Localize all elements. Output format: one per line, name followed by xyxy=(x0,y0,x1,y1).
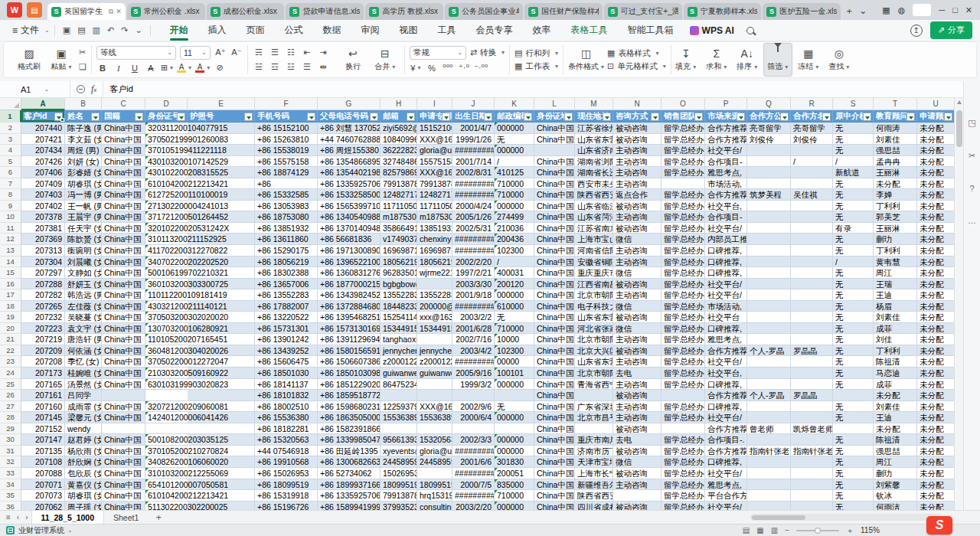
cell-C32[interactable]: China中国 xyxy=(102,456,145,468)
cell-D13[interactable]: 411702200312270822 xyxy=(145,245,188,257)
cell-J4[interactable]: ######### xyxy=(452,145,495,156)
cell-F23[interactable]: +86 15606475 xyxy=(255,356,318,368)
cell-F27[interactable]: +86 18002510 xyxy=(255,401,318,413)
cell-T18[interactable]: 杨眉 xyxy=(874,301,917,312)
zoom-out-icon[interactable] xyxy=(77,85,85,93)
align-top-icon[interactable]: ☴ xyxy=(253,47,265,59)
cell-T35[interactable]: 钦冰 xyxy=(874,490,917,502)
cell-Q25[interactable] xyxy=(747,379,791,391)
cell-S9[interactable]: 无 xyxy=(833,201,874,212)
cell-N28[interactable]: 主动咨询 xyxy=(613,412,662,423)
cell-A2[interactable]: 207440 xyxy=(21,123,65,134)
cell-N14[interactable]: 主动咨询 xyxy=(613,257,662,268)
cell-J15[interactable]: 1997/2/21 xyxy=(452,267,495,279)
wps-ai-button[interactable]: WPS AI xyxy=(684,25,740,36)
cell-B18[interactable]: 左佳薇 (女 xyxy=(65,301,102,312)
cell-C10[interactable]: China中国 xyxy=(102,211,145,223)
cell-B16[interactable]: 舒妍玉 (女 xyxy=(65,279,102,290)
cell-B13[interactable]: 衡琬明 (女 xyxy=(65,245,102,257)
cell-L24[interactable]: China中国 xyxy=(534,368,575,379)
cell-T12[interactable]: 蒯玏 xyxy=(874,234,917,245)
cell-G6[interactable]: +86 1354402198 xyxy=(318,167,381,178)
cell-S3[interactable]: 无 xyxy=(833,134,874,145)
cell-U28[interactable]: 未分配 xyxy=(917,412,954,423)
share-button[interactable]: ⇗分享 xyxy=(930,21,972,39)
cell-M26[interactable] xyxy=(575,390,613,401)
cell-Q29[interactable]: 曾老师 xyxy=(747,423,791,435)
column-header-J[interactable]: J xyxy=(452,98,495,110)
cell-K19[interactable]: 无 xyxy=(495,312,534,323)
cell-O33[interactable]: 留学总经办 xyxy=(662,468,705,479)
header-cell-N1[interactable]: 咨询方式 xyxy=(613,110,662,123)
cell-I10[interactable]: m1875308 xyxy=(417,211,452,223)
cell-A14[interactable]: 207304 xyxy=(21,257,65,268)
cell-L29[interactable]: China中国 xyxy=(534,423,575,435)
header-cell-R1[interactable]: 合作方名 xyxy=(791,110,833,123)
cell-S12[interactable]: 无 xyxy=(833,234,874,245)
cell-L9[interactable]: China中国 xyxy=(534,201,575,212)
menu-item-公式[interactable]: 公式 xyxy=(275,20,313,41)
filter-dropdown-icon[interactable] xyxy=(603,113,611,121)
cell-K2[interactable]: 000000 xyxy=(495,123,534,134)
column-header-L[interactable]: L xyxy=(534,98,575,110)
cell-A18[interactable]: 207265 xyxy=(21,301,65,312)
cell-B21[interactable]: 唐浩轩 (男 xyxy=(65,334,102,345)
cell-O6[interactable]: 留学总经办 xyxy=(662,167,705,178)
cell-M16[interactable]: 江西省南昌 xyxy=(575,279,613,290)
cell-K11[interactable]: 210036 xyxy=(495,223,534,234)
zoom-slider-knob[interactable] xyxy=(815,528,821,534)
cell-A16[interactable]: 207288 xyxy=(21,279,65,290)
cell-N13[interactable]: 主动咨询 xyxy=(613,245,662,257)
column-header-Q[interactable]: Q xyxy=(747,98,791,110)
row-header-30[interactable]: 30 xyxy=(0,434,21,446)
cell-J24[interactable]: 2005/9/16 xyxy=(452,368,495,379)
cell-C11[interactable]: China中国 xyxy=(102,223,145,234)
cell-Q31[interactable]: 指南针张老 xyxy=(747,446,791,457)
cell-P34[interactable]: 雅思考点, xyxy=(705,479,747,491)
cell-C33[interactable]: China中国 xyxy=(102,468,145,479)
increase-font-icon[interactable]: A⁺ xyxy=(214,47,227,59)
cell-K29[interactable] xyxy=(495,423,534,435)
cell-O31[interactable]: 留学总经办 xyxy=(662,446,705,457)
file-menu[interactable]: ≡文件⌄ xyxy=(8,21,54,39)
cell-A21[interactable]: 207219 xyxy=(21,334,65,345)
cell-H6[interactable]: 825798695 xyxy=(381,167,417,178)
cell-S10[interactable]: 无 xyxy=(833,211,874,223)
cell-S28[interactable]: 无 xyxy=(833,412,874,423)
sheet-list-icon[interactable]: ≡ xyxy=(3,513,14,521)
cell-O5[interactable]: 留学总经办 xyxy=(662,156,705,168)
cell-U23[interactable]: 未分配 xyxy=(917,356,954,368)
cell-M34[interactable]: 新疆维吾尔 xyxy=(575,479,613,491)
cell-L14[interactable]: China中国 xyxy=(534,257,575,268)
row-header-9[interactable]: 9 xyxy=(0,201,21,212)
cell-G29[interactable]: +86 1582391866 xyxy=(318,423,381,435)
cell-G9[interactable]: +86 1565399710 xyxy=(318,201,381,212)
menu-item-表格工具[interactable]: 表格工具 xyxy=(561,20,618,41)
cell-I18[interactable]: 200000@qq xyxy=(417,301,452,312)
rows-columns-button[interactable]: ▤行和列▾ xyxy=(514,48,558,59)
cell-F33[interactable]: +86 15026953 xyxy=(255,468,318,479)
merge-cells-button[interactable]: ⊟合并▾ xyxy=(371,43,400,77)
cell-H33[interactable]: 150269534 xyxy=(381,468,417,479)
cell-L33[interactable]: China中国 xyxy=(534,468,575,479)
cell-H15[interactable]: 962835011 xyxy=(381,267,417,279)
cell-K7[interactable]: 710000 xyxy=(495,178,534,190)
cell-K32[interactable]: 301830 xyxy=(495,456,534,468)
cell-U9[interactable]: 未分配 xyxy=(917,201,954,212)
cell-H32[interactable]: 244589596 xyxy=(381,456,417,468)
cell-S34[interactable]: 无 xyxy=(833,479,874,491)
cell-I28[interactable]: 155363896 xyxy=(417,412,452,423)
cell-F28[interactable]: +86 15536380 xyxy=(255,412,318,423)
column-header-T[interactable]: T xyxy=(874,98,917,110)
cell-I23[interactable]: z20001227 xyxy=(417,356,452,368)
cell-H24[interactable]: guiwanwei xyxy=(381,368,417,379)
cell-L22[interactable]: China中国 xyxy=(534,345,575,357)
row-header-14[interactable]: 14 xyxy=(0,257,21,268)
cell-C3[interactable]: China中国 xyxy=(102,134,145,145)
cell-Q6[interactable] xyxy=(747,167,791,178)
cell-U11[interactable]: 未分配 xyxy=(917,223,954,234)
cell-R24[interactable] xyxy=(791,368,833,379)
cell-D2[interactable]: 320311200104077915 xyxy=(145,123,188,134)
cell-L32[interactable]: China中国 xyxy=(534,456,575,468)
cell-S18[interactable]: 无 xyxy=(833,301,874,312)
